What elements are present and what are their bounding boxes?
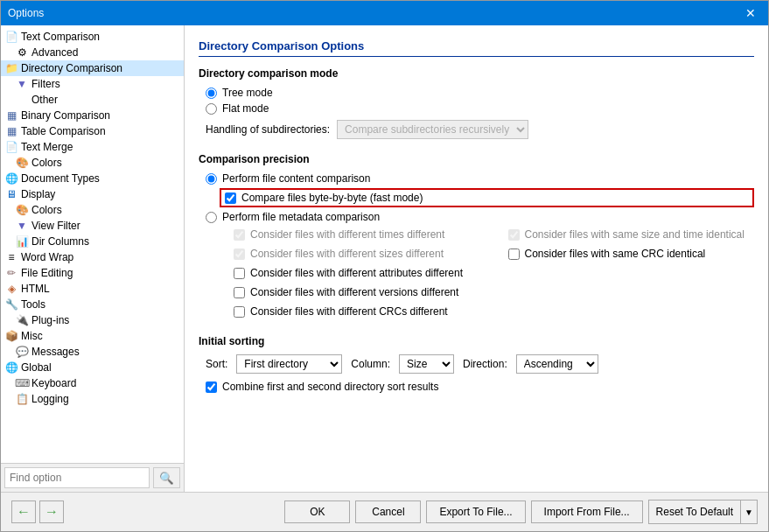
back-button[interactable]: ← — [11, 500, 36, 523]
reset-dropdown-arrow[interactable]: ▼ — [740, 500, 757, 523]
tree-mode-radio[interactable] — [206, 88, 217, 99]
combine-checkbox[interactable] — [206, 382, 217, 393]
import-button[interactable]: Import From File... — [531, 500, 643, 523]
handling-row: Handling of subdirectories: Compare subd… — [206, 120, 754, 139]
file-content-label: Perform file content comparison — [222, 172, 370, 185]
close-button[interactable]: ✕ — [740, 4, 761, 22]
diff-versions-checkbox[interactable] — [234, 287, 245, 298]
find-bar: 🔍 — [1, 463, 184, 492]
sidebar-item-global[interactable]: 🌐 Global — [1, 360, 184, 375]
file-content-radio-label[interactable]: Perform file content comparison — [206, 172, 754, 185]
byte-by-byte-label: Compare files byte-by-byte (fast mode) — [241, 192, 423, 204]
sidebar-item-keyboard[interactable]: ⌨ Keyboard — [1, 375, 184, 391]
byte-by-byte-row: Compare files byte-by-byte (fast mode) — [220, 188, 754, 207]
nav-arrows: ← → — [11, 500, 64, 523]
diff-attrs-label[interactable]: Consider files with different attributes… — [234, 267, 480, 279]
sidebar-item-view-filter[interactable]: ▼ View Filter — [1, 218, 184, 234]
file-editing-icon: ✏ — [4, 267, 18, 279]
diff-attrs-checkbox[interactable] — [234, 268, 245, 279]
right-checkboxes: Consider files with same size and time i… — [494, 228, 755, 321]
logging-icon: 📋 — [15, 393, 29, 405]
sidebar-item-table-comparison[interactable]: ▦ Table Comparison — [1, 123, 184, 139]
left-checkboxes: Consider files with different times diff… — [220, 228, 480, 321]
sidebar-item-other[interactable]: Other — [1, 92, 184, 108]
initial-sorting-section: Initial sorting Sort: First directory Se… — [199, 335, 754, 393]
diff-times-checkbox[interactable] — [234, 229, 245, 241]
diff-crcs-checkbox[interactable] — [234, 306, 245, 318]
column-select[interactable]: Name Size Date Type — [399, 354, 454, 374]
advanced-icon: ⚙ — [15, 46, 29, 59]
sidebar-item-html[interactable]: ◈ HTML — [1, 281, 184, 297]
cancel-button[interactable]: Cancel — [355, 500, 421, 523]
flat-mode-radio[interactable] — [206, 103, 217, 115]
content-area: 📄 Text Comparison ⚙ Advanced 📁 Directory… — [1, 25, 768, 492]
global-icon: 🌐 — [4, 361, 18, 374]
file-content-radio[interactable] — [206, 173, 217, 185]
sort-select[interactable]: First directory Second directory Both di… — [236, 354, 342, 374]
sidebar-item-messages[interactable]: 💬 Messages — [1, 344, 184, 360]
messages-icon: 💬 — [15, 346, 29, 358]
back-arrow-icon: ← — [17, 504, 31, 520]
same-crc-label[interactable]: Consider files with same CRC identical — [508, 248, 755, 260]
sidebar-item-binary-comparison[interactable]: ▦ Binary Comparison — [1, 108, 184, 123]
sidebar-item-misc[interactable]: 📦 Misc — [1, 328, 184, 344]
diff-times-label[interactable]: Consider files with different times diff… — [234, 228, 480, 241]
dir-columns-icon: 📊 — [15, 235, 29, 248]
metadata-radio[interactable] — [206, 212, 217, 223]
metadata-checkboxes: Consider files with different times diff… — [220, 228, 754, 321]
diff-versions-label[interactable]: Consider files with different versions d… — [234, 286, 480, 298]
view-filter-icon: ▼ — [15, 220, 29, 232]
sort-row: Sort: First directory Second directory B… — [206, 354, 754, 374]
sidebar-item-text-comparison[interactable]: 📄 Text Comparison — [1, 29, 184, 45]
flat-mode-radio-label[interactable]: Flat mode — [206, 102, 754, 115]
dir-comparison-mode-header: Directory comparison mode — [199, 67, 754, 80]
merge-colors-icon: 🎨 — [15, 157, 29, 169]
reset-button[interactable]: Reset To Default — [649, 500, 741, 523]
initial-sorting-header: Initial sorting — [199, 335, 754, 347]
right-panel: Directory Comparison Options Directory c… — [185, 25, 768, 492]
sidebar-item-directory-comparison[interactable]: 📁 Directory Comparison — [1, 60, 184, 76]
handling-label: Handling of subdirectories: — [206, 123, 330, 136]
sidebar-item-filters[interactable]: ▼ Filters — [1, 76, 184, 92]
diff-sizes-label[interactable]: Consider files with different sizes diff… — [234, 248, 480, 260]
sidebar-item-merge-colors[interactable]: 🎨 Colors — [1, 155, 184, 171]
sidebar-item-logging[interactable]: 📋 Logging — [1, 391, 184, 407]
diff-crcs-label[interactable]: Consider files with different CRCs diffe… — [234, 305, 480, 318]
diff-sizes-checkbox[interactable] — [234, 248, 245, 260]
tools-icon: 🔧 — [4, 298, 18, 311]
ok-button[interactable]: OK — [284, 500, 350, 523]
sidebar-item-text-merge[interactable]: 📄 Text Merge — [1, 139, 184, 155]
direction-select[interactable]: Ascending Descending — [516, 354, 598, 374]
metadata-radio-label[interactable]: Perform file metadata comparison — [206, 211, 754, 223]
sidebar-item-plug-ins[interactable]: 🔌 Plug-ins — [1, 312, 184, 328]
reset-split-button: Reset To Default ▼ — [648, 500, 758, 524]
same-crc-checkbox[interactable] — [508, 248, 520, 260]
find-option-input[interactable] — [4, 467, 150, 488]
byte-by-byte-checkbox[interactable] — [225, 192, 236, 204]
forward-button[interactable]: → — [39, 500, 64, 523]
sidebar-item-word-wrap[interactable]: ≡ Word Wrap — [1, 249, 184, 265]
window-title: Options — [8, 7, 44, 19]
handling-select[interactable]: Compare subdirectories recursively — [337, 120, 528, 139]
same-size-time-checkbox[interactable] — [508, 229, 520, 241]
comparison-precision-header: Comparison precision — [199, 153, 754, 165]
comparison-precision-section: Comparison precision Perform file conten… — [199, 153, 754, 321]
sidebar-item-document-types[interactable]: 🌐 Document Types — [1, 171, 184, 186]
sidebar-item-display-colors[interactable]: 🎨 Colors — [1, 202, 184, 218]
combine-label[interactable]: Combine first and second directory sort … — [206, 381, 754, 393]
sidebar-item-dir-columns[interactable]: 📊 Dir Columns — [1, 234, 184, 249]
comparison-precision-content: Perform file content comparison Compare … — [206, 172, 754, 321]
search-icon: 🔍 — [159, 472, 174, 485]
same-size-time-label[interactable]: Consider files with same size and time i… — [508, 228, 755, 241]
sidebar-item-display[interactable]: 🖥 Display — [1, 186, 184, 202]
export-button[interactable]: Export To File... — [426, 500, 525, 523]
dir-mode-radio-group: Tree mode Flat mode — [206, 87, 754, 115]
sidebar-item-tools[interactable]: 🔧 Tools — [1, 297, 184, 312]
tree-mode-radio-label[interactable]: Tree mode — [206, 87, 754, 99]
text-merge-icon: 📄 — [4, 141, 18, 153]
display-icon: 🖥 — [4, 188, 18, 200]
find-button[interactable]: 🔍 — [153, 467, 180, 488]
sidebar-item-advanced[interactable]: ⚙ Advanced — [1, 45, 184, 60]
sidebar-item-file-editing[interactable]: ✏ File Editing — [1, 265, 184, 281]
combine-text: Combine first and second directory sort … — [222, 381, 438, 393]
